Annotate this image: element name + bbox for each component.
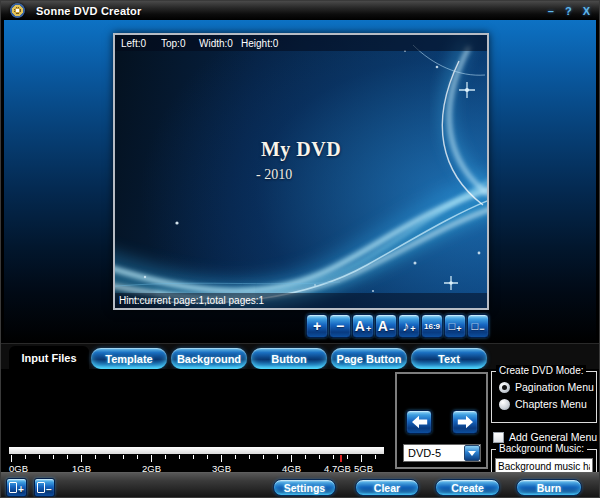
info-left: Left:0 (121, 38, 161, 49)
add-button[interactable]: + (306, 314, 328, 338)
dropdown-button[interactable] (464, 445, 480, 461)
editor-panel: Left:0 Top:0 Width:0 Height:0 My DVD - 2… (4, 20, 596, 343)
info-height: Height:0 (241, 38, 278, 49)
info-top: Top:0 (161, 38, 199, 49)
help-button[interactable]: ? (565, 5, 572, 17)
chevron-down-icon (468, 451, 476, 456)
info-width: Width:0 (199, 38, 241, 49)
minimize-button[interactable]: – (548, 5, 554, 17)
page-navigation-box: DVD-5 (395, 372, 488, 469)
aspect-ratio-button[interactable]: 16:9 (421, 314, 443, 338)
settings-panel: Create DVD Mode: Pagination Menu Chapter… (490, 365, 599, 472)
window-title: Sonne DVD Creator (36, 5, 141, 17)
title-bar: Sonne DVD Creator – ? X (1, 1, 599, 20)
disc-type-select[interactable]: DVD-5 (403, 444, 481, 462)
tab-page-button[interactable]: Page Button (331, 348, 407, 369)
checkbox-icon[interactable] (493, 432, 504, 443)
tab-button[interactable]: Button (251, 348, 327, 369)
tab-template[interactable]: Template (91, 348, 167, 369)
capacity-ticks (11, 455, 383, 462)
add-music-button[interactable]: ♪+ (398, 314, 420, 338)
preview-toolbar: + − A+ A− ♪+ 16:9 □+ □− (306, 314, 489, 338)
dvd-menu-title[interactable]: My DVD (115, 138, 487, 161)
hint-bar: Hint:current page:1,total pages:1 (115, 293, 487, 308)
zoom-in-button[interactable]: □+ (444, 314, 466, 338)
remove-file-button[interactable]: − (34, 478, 55, 497)
capacity-limit-marker (340, 455, 342, 462)
app-window: Sonne DVD Creator – ? X (0, 0, 600, 498)
capacity-bar (9, 447, 384, 454)
zoom-out-button[interactable]: □− (467, 314, 489, 338)
create-button[interactable]: Create (435, 479, 500, 496)
left-arrow-icon (411, 415, 428, 429)
font-decrease-button[interactable]: A− (375, 314, 397, 338)
clear-button[interactable]: Clear (355, 479, 419, 496)
app-dvd-icon (10, 3, 25, 18)
font-increase-button[interactable]: A+ (352, 314, 374, 338)
dvd-menu-subtitle[interactable]: - 2010 (256, 167, 292, 183)
input-files-panel: 0GB 1GB 2GB 3GB 4GB 4.7GB 5GB (1, 369, 599, 472)
create-dvd-mode-label: Create DVD Mode: (496, 365, 586, 376)
add-general-menu-option[interactable]: Add General Menu (493, 431, 597, 443)
menu-background-art (115, 35, 487, 308)
right-arrow-icon (457, 415, 474, 429)
remove-button[interactable]: − (329, 314, 351, 338)
radio-icon[interactable] (499, 382, 510, 393)
previous-page-button[interactable] (406, 410, 432, 434)
tab-background[interactable]: Background (171, 348, 247, 369)
add-file-button[interactable]: + (6, 478, 27, 497)
tab-text[interactable]: Text (411, 348, 487, 369)
menu-preview-canvas[interactable]: Left:0 Top:0 Width:0 Height:0 My DVD - 2… (113, 33, 489, 310)
file-icon (9, 482, 17, 493)
close-button[interactable]: X (583, 5, 590, 17)
create-dvd-mode-group: Create DVD Mode: Pagination Menu Chapter… (491, 371, 597, 423)
next-page-button[interactable] (452, 410, 478, 434)
burn-button[interactable]: Burn (516, 479, 582, 496)
selection-info-bar: Left:0 Top:0 Width:0 Height:0 (115, 35, 487, 51)
tab-input-files[interactable]: Input Files (9, 346, 89, 370)
radio-chapters-menu[interactable]: Chapters Menu (499, 398, 587, 410)
settings-button[interactable]: Settings (273, 479, 336, 496)
radio-icon[interactable] (499, 399, 510, 410)
disc-capacity-ruler: 0GB 1GB 2GB 3GB 4GB 4.7GB 5GB (9, 447, 384, 472)
disc-type-value: DVD-5 (408, 447, 441, 459)
radio-pagination-menu[interactable]: Pagination Menu (499, 381, 594, 393)
background-music-label: Background Music: (496, 443, 587, 454)
footer-bar: + − Settings Clear Create Burn (1, 472, 599, 498)
file-icon (37, 482, 45, 493)
